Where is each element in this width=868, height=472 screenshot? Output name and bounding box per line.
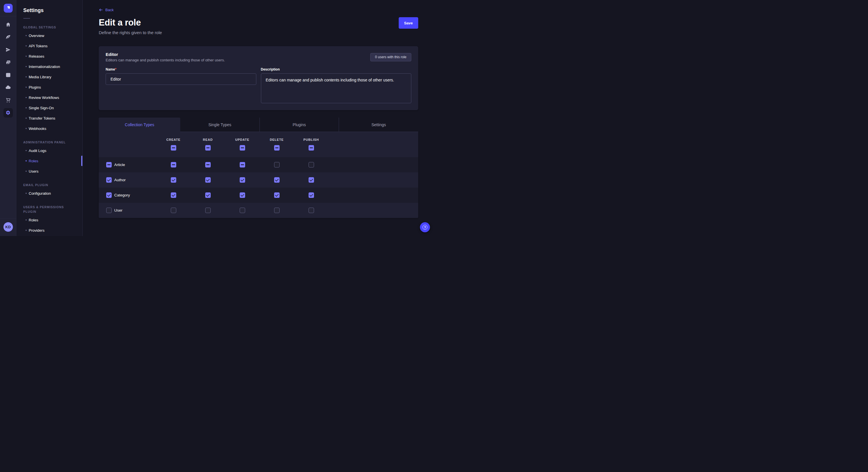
bullet-icon: [26, 230, 27, 231]
tab-plugins[interactable]: Plugins: [259, 117, 339, 132]
sidebar-item-up-providers[interactable]: Providers: [17, 225, 82, 235]
category-delete-checkbox[interactable]: [274, 193, 280, 198]
category-update-checkbox[interactable]: [240, 193, 245, 198]
sidebar-item-single-sign-on[interactable]: Single Sign-On: [17, 103, 82, 113]
bullet-icon: [26, 66, 27, 67]
category-create-checkbox[interactable]: [171, 193, 176, 198]
row-select-checkbox[interactable]: [106, 208, 112, 213]
table-row-category: Category: [99, 188, 418, 203]
user-read-checkbox[interactable]: [205, 208, 211, 213]
page-title: Edit a role: [99, 17, 141, 28]
users-with-role-badge[interactable]: 0 users with this role: [370, 53, 411, 61]
select-all-read-checkbox[interactable]: [205, 145, 211, 150]
section-users-permissions-plugin: USERS & PERMISSIONS PLUGIN Roles Provide…: [17, 205, 82, 235]
active-item-indicator: [81, 156, 82, 166]
bullet-icon: [26, 171, 27, 172]
row-label: Category: [114, 193, 130, 197]
article-create-checkbox[interactable]: [171, 162, 176, 167]
sidebar-item-api-tokens[interactable]: API Tokens: [17, 41, 82, 51]
table-row-author: Author: [99, 172, 418, 188]
marketplace-cart-icon[interactable]: [0, 94, 17, 106]
bullet-icon: [26, 56, 27, 57]
select-all-publish-checkbox[interactable]: [309, 145, 314, 150]
settings-gear-icon-active[interactable]: [0, 106, 17, 119]
row-select-checkbox[interactable]: [106, 193, 112, 198]
role-card-titles: Editor Editors can manage and publish co…: [105, 52, 225, 62]
description-field-group: Description Editors can manage and publi…: [261, 67, 412, 104]
article-update-checkbox[interactable]: [240, 162, 245, 167]
section-global-settings: GLOBAL SETTINGS Overview API Tokens Rele…: [17, 25, 82, 134]
sidebar-item-plugins[interactable]: Plugins: [17, 82, 82, 92]
select-all-update-checkbox[interactable]: [240, 145, 245, 150]
tab-collection-types[interactable]: Collection Types: [99, 117, 180, 132]
sidebar-item-overview[interactable]: Overview: [17, 30, 82, 41]
column-label: UPDATE: [235, 138, 249, 141]
section-heading: EMAIL PLUGIN: [23, 183, 75, 187]
deploy-cloud-icon[interactable]: [0, 81, 17, 94]
role-name-heading: Editor: [105, 52, 225, 57]
row-select-checkbox[interactable]: [106, 162, 112, 167]
header-spacer: [99, 138, 156, 157]
sidebar-item-transfer-tokens[interactable]: Transfer Tokens: [17, 113, 82, 123]
section-email-plugin: EMAIL PLUGIN Configuration: [17, 183, 82, 198]
user-update-checkbox[interactable]: [240, 208, 245, 213]
bullet-icon: [26, 117, 27, 119]
row-label-cell: Article: [99, 162, 156, 167]
category-publish-checkbox[interactable]: [309, 193, 314, 198]
name-field-label: Name*: [105, 67, 256, 71]
author-delete-checkbox[interactable]: [274, 177, 280, 183]
strapi-logo-icon[interactable]: [4, 4, 12, 12]
sidebar-item-internationalization[interactable]: Internationalization: [17, 61, 82, 72]
bullet-icon: [26, 160, 27, 162]
sidebar-item-review-workflows[interactable]: Review Workflows: [17, 92, 82, 103]
category-read-checkbox[interactable]: [205, 193, 211, 198]
author-read-checkbox[interactable]: [205, 177, 211, 183]
content-type-builder-layout-icon[interactable]: [0, 69, 17, 81]
column-label: READ: [203, 138, 213, 141]
back-link[interactable]: Back: [99, 8, 114, 12]
section-heading: ADMINISTRATION PANEL: [23, 140, 75, 144]
role-card-header: Editor Editors can manage and publish co…: [105, 52, 411, 62]
tab-single-types[interactable]: Single Types: [180, 117, 259, 132]
row-select-checkbox[interactable]: [106, 177, 112, 183]
send-plane-icon[interactable]: [0, 43, 17, 56]
select-all-delete-checkbox[interactable]: [274, 145, 280, 150]
help-button[interactable]: [420, 222, 430, 232]
save-button[interactable]: Save: [399, 17, 418, 29]
author-create-checkbox[interactable]: [171, 177, 176, 183]
user-create-checkbox[interactable]: [171, 208, 176, 213]
user-delete-checkbox[interactable]: [274, 208, 280, 213]
sidebar-item-releases[interactable]: Releases: [17, 51, 82, 61]
description-textarea[interactable]: Editors can manage and publish contents …: [261, 73, 412, 103]
back-label: Back: [105, 8, 114, 12]
select-all-create-checkbox[interactable]: [171, 145, 176, 150]
media-library-images-icon[interactable]: [0, 56, 17, 69]
sidebar-item-email-configuration[interactable]: Configuration: [17, 188, 82, 198]
user-publish-checkbox[interactable]: [309, 208, 314, 213]
sidebar-title: Settings: [23, 7, 75, 13]
column-delete: DELETE: [259, 138, 294, 157]
sidebar-item-admin-roles[interactable]: Roles: [17, 156, 82, 166]
article-read-checkbox[interactable]: [205, 162, 211, 167]
bullet-icon: [26, 35, 27, 36]
home-icon[interactable]: [0, 18, 17, 31]
name-input[interactable]: [105, 73, 256, 85]
arrow-left-icon: [99, 8, 103, 12]
tab-settings[interactable]: Settings: [339, 117, 418, 132]
bullet-icon: [26, 97, 27, 98]
article-publish-checkbox[interactable]: [309, 162, 314, 167]
user-avatar[interactable]: KD: [3, 222, 13, 232]
role-details-card: Editor Editors can manage and publish co…: [99, 46, 418, 110]
sidebar-item-audit-logs[interactable]: Audit Logs: [17, 145, 82, 156]
sidebar-item-up-roles[interactable]: Roles: [17, 215, 82, 225]
author-publish-checkbox[interactable]: [309, 177, 314, 183]
page-subtitle: Define the rights given to the role: [99, 30, 418, 35]
content-manager-feather-icon[interactable]: [0, 31, 17, 43]
permissions-table-header: CREATE READ UPDATE DELETE PUBLISH: [99, 132, 418, 157]
sidebar-item-admin-users[interactable]: Users: [17, 166, 82, 176]
article-delete-checkbox[interactable]: [274, 162, 280, 167]
table-row-article: Article: [99, 157, 418, 172]
author-update-checkbox[interactable]: [240, 177, 245, 183]
sidebar-item-media-library[interactable]: Media Library: [17, 72, 82, 82]
sidebar-item-webhooks[interactable]: Webhooks: [17, 123, 82, 134]
